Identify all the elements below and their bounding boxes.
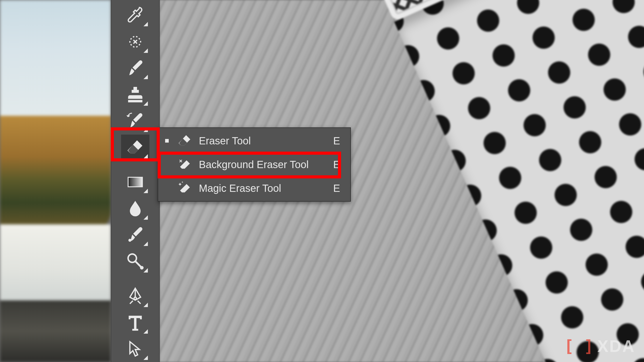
brush-tool-icon — [126, 59, 145, 78]
document-color-region — [0, 0, 111, 362]
spot-heal-tool-icon — [126, 32, 145, 51]
flyout-item-label: Magic Eraser Tool — [199, 183, 324, 194]
xda-watermark: [ ] XDA — [564, 337, 635, 356]
brush-tool[interactable] — [121, 55, 149, 81]
flyout-item-label: Eraser Tool — [199, 135, 324, 147]
eraser-tool[interactable] — [121, 135, 149, 160]
active-tool-indicator — [163, 139, 171, 143]
flyout-item-background-eraser[interactable]: Background Eraser Tool E — [158, 153, 350, 176]
history-brush-tool-icon — [126, 111, 145, 130]
path-selection-tool-icon — [126, 339, 145, 358]
pen-tool[interactable] — [121, 283, 149, 309]
canvas-area: Eraser Tool E Background Eraser Tool E M… — [0, 0, 644, 362]
smudge-tool-icon — [126, 252, 145, 271]
blur-tool[interactable] — [121, 196, 149, 221]
tools-panel — [111, 0, 160, 362]
svg-point-3 — [140, 266, 144, 270]
blur-tool-icon — [126, 199, 145, 218]
eraser-icon — [176, 133, 193, 148]
svg-rect-0 — [128, 177, 142, 187]
path-selection-tool[interactable] — [121, 336, 149, 361]
pen-tool-icon — [126, 286, 145, 306]
smudge-tool[interactable] — [121, 249, 149, 274]
watermark-text: XDA — [597, 337, 635, 356]
eyedropper-tool-icon — [126, 6, 145, 25]
dodge-tool-icon — [126, 225, 145, 244]
svg-point-1 — [128, 239, 131, 242]
gradient-tool[interactable] — [121, 169, 149, 195]
flyout-item-magic-eraser[interactable]: Magic Eraser Tool E — [158, 176, 350, 200]
clone-stamp-tool[interactable] — [121, 82, 149, 107]
eraser-flyout-menu: Eraser Tool E Background Eraser Tool E M… — [158, 127, 351, 202]
eyedropper-tool[interactable] — [121, 3, 149, 28]
background-eraser-icon — [176, 157, 193, 172]
spot-heal-tool[interactable] — [121, 29, 149, 54]
bracket-icon: [ ] — [564, 337, 594, 356]
flyout-item-shortcut: E — [330, 135, 340, 147]
dodge-tool[interactable] — [121, 222, 149, 248]
eraser-tool-icon — [126, 138, 145, 157]
flyout-item-shortcut: E — [330, 159, 340, 170]
flyout-item-eraser[interactable]: Eraser Tool E — [158, 129, 350, 153]
flyout-item-label: Background Eraser Tool — [199, 159, 324, 170]
gradient-tool-icon — [126, 172, 145, 192]
flyout-item-shortcut: E — [330, 183, 340, 194]
type-tool-icon — [126, 313, 145, 332]
magic-eraser-icon — [176, 181, 193, 196]
history-brush-tool[interactable] — [121, 108, 149, 134]
type-tool[interactable] — [121, 310, 149, 335]
clone-stamp-tool-icon — [126, 85, 145, 104]
